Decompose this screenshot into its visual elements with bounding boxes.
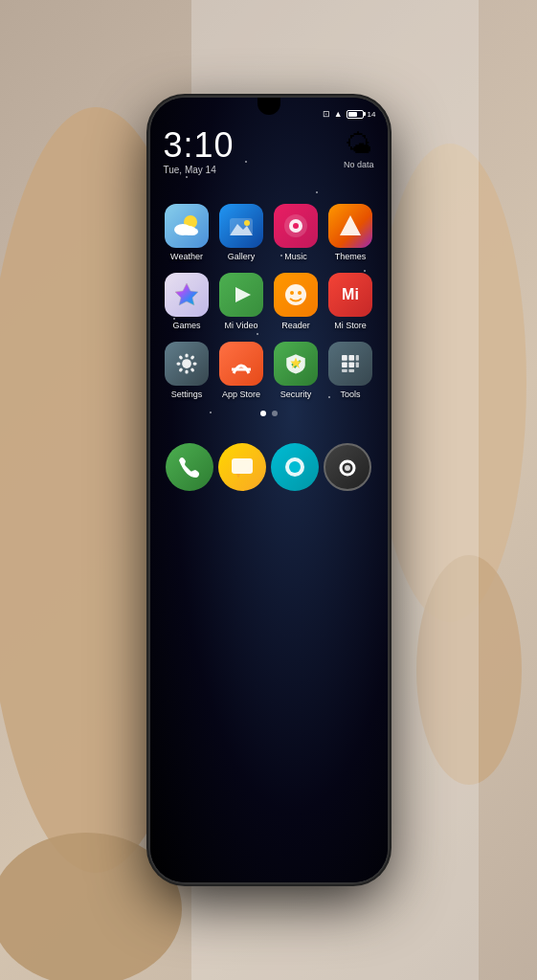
dock-icon-phone (166, 443, 213, 491)
status-icons: ⊡ ▲ 14 (323, 109, 376, 119)
app-label-security: Security (280, 390, 312, 399)
svg-rect-23 (176, 362, 180, 365)
app-label-gallery: Gallery (228, 252, 256, 261)
app-item-security[interactable]: Security (273, 342, 320, 399)
dock-icon-camera (324, 443, 371, 491)
app-icon-music (274, 204, 318, 248)
dock-item-bubble[interactable] (271, 443, 319, 491)
bubble-icon (281, 454, 308, 480)
svg-rect-36 (356, 362, 359, 368)
svg-rect-34 (342, 362, 347, 368)
svg-rect-27 (178, 368, 183, 372)
app-item-tools[interactable]: Tools (327, 342, 374, 399)
settings-gear-icon (174, 351, 199, 376)
svg-rect-39 (232, 458, 253, 474)
reader-icon-svg (280, 279, 311, 310)
svg-marker-17 (235, 287, 251, 302)
page-dots (150, 411, 388, 416)
app-label-music: Music (284, 252, 307, 261)
dock-item-messages[interactable] (218, 443, 266, 491)
phone-screen: ⊡ ▲ 14 3:10 Tue, May 14 🌤 No data (150, 98, 388, 882)
mivideo-icon-svg (226, 279, 257, 310)
app-label-reader: Reader (281, 321, 310, 330)
weather-widget-icon: 🌤 (346, 128, 372, 160)
app-icon-mivideo (219, 273, 263, 317)
phone-call-icon (176, 454, 203, 480)
dock-item-camera[interactable] (324, 443, 371, 491)
dock-icon-bubble (271, 443, 319, 491)
app-icon-weather (165, 204, 209, 248)
camera-icon (334, 454, 361, 480)
mistore-text: Mi (342, 286, 359, 303)
app-label-themes: Themes (335, 252, 367, 261)
screenshot-icon: ⊡ (323, 109, 330, 119)
app-item-settings[interactable]: Settings (164, 342, 211, 399)
svg-point-44 (345, 465, 350, 471)
svg-rect-24 (193, 362, 197, 365)
app-label-mistore: Mi Store (334, 321, 367, 330)
app-item-music[interactable]: Music (273, 204, 320, 261)
svg-rect-38 (348, 369, 354, 372)
dock-icon-messages (218, 443, 266, 491)
svg-marker-16 (175, 283, 198, 305)
app-grid: Weather Gallery (150, 175, 388, 399)
app-icon-gallery (219, 204, 263, 248)
svg-marker-40 (236, 474, 240, 479)
app-item-games[interactable]: Games (164, 273, 211, 330)
svg-rect-33 (356, 355, 359, 361)
app-item-gallery[interactable]: Gallery (218, 204, 265, 261)
app-item-weather[interactable]: Weather (164, 204, 211, 261)
svg-rect-25 (178, 355, 183, 360)
svg-rect-22 (185, 370, 188, 374)
page-dot-2[interactable] (272, 411, 278, 416)
app-icon-themes (328, 204, 372, 248)
app-icon-games (165, 273, 209, 317)
app-label-games: Games (172, 321, 200, 330)
weather-no-data-label: No data (344, 160, 374, 169)
app-label-mivideo: Mi Video (225, 321, 258, 330)
app-item-appstore[interactable]: App Store (218, 342, 265, 399)
svg-rect-26 (190, 355, 195, 360)
app-icon-mistore: Mi (328, 273, 372, 317)
weather-widget[interactable]: 🌤 No data (344, 128, 374, 169)
app-item-reader[interactable]: Reader (273, 273, 320, 330)
battery-icon (347, 110, 364, 119)
security-shield-icon (283, 351, 308, 376)
svg-point-18 (285, 284, 306, 305)
svg-rect-28 (190, 368, 195, 372)
svg-rect-21 (185, 353, 188, 357)
svg-point-14 (293, 223, 299, 229)
page-dot-1[interactable] (260, 411, 266, 416)
app-label-tools: Tools (340, 390, 360, 399)
phone: ⊡ ▲ 14 3:10 Tue, May 14 🌤 No data (150, 98, 388, 882)
clock-time: 3:10 (164, 128, 235, 163)
clock-date: Tue, May 14 (164, 165, 235, 175)
messages-icon (229, 454, 256, 480)
app-label-weather: Weather (170, 252, 203, 261)
dock-item-phone[interactable] (166, 443, 213, 491)
app-label-appstore: App Store (222, 390, 260, 399)
svg-marker-15 (340, 215, 361, 235)
app-icon-settings (165, 342, 209, 386)
appstore-icon-svg (226, 348, 257, 379)
weather-icon-svg (171, 211, 202, 241)
app-item-mivideo[interactable]: Mi Video (218, 273, 265, 330)
phone-wrapper: ⊡ ▲ 14 3:10 Tue, May 14 🌤 No data (150, 98, 388, 882)
app-icon-reader (274, 273, 318, 317)
games-icon-svg (171, 279, 202, 310)
tools-grid-icon (338, 351, 363, 376)
music-icon-svg (280, 211, 311, 241)
app-item-mistore[interactable]: Mi Mi Store (327, 273, 374, 330)
svg-rect-35 (348, 362, 354, 368)
gallery-icon-svg (226, 211, 257, 241)
app-label-settings: Settings (171, 390, 203, 399)
battery-percent: 14 (368, 110, 376, 119)
svg-point-19 (290, 291, 294, 295)
app-icon-appstore (219, 342, 263, 386)
svg-point-42 (289, 461, 301, 473)
dock (150, 432, 388, 502)
svg-point-20 (298, 291, 302, 295)
app-item-themes[interactable]: Themes (327, 204, 374, 261)
wifi-icon: ▲ (334, 109, 343, 119)
themes-icon-svg (335, 211, 366, 241)
